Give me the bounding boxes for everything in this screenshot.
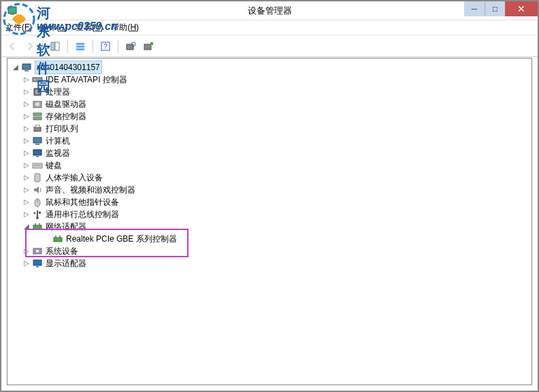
audio-icon — [32, 184, 43, 195]
tree-node[interactable]: ▷监视器 — [9, 147, 532, 159]
menu-view[interactable]: 查看(V) — [76, 22, 103, 33]
svg-rect-39 — [35, 223, 36, 225]
tree-node[interactable]: ▷声音、视频和游戏控制器 — [9, 184, 532, 196]
cpu-icon — [32, 86, 43, 97]
network-icon — [52, 233, 63, 244]
svg-rect-26 — [35, 144, 39, 145]
tree-node[interactable]: ▷键盘 — [9, 159, 532, 172]
expand-icon[interactable]: ▷ — [22, 76, 31, 84]
system-icon — [32, 246, 43, 257]
svg-rect-18 — [35, 90, 39, 94]
toolbar: ? — [1, 35, 538, 57]
toolbar-separator — [67, 39, 68, 53]
titlebar: 设备管理器 ─ □ ✕ — [1, 1, 538, 20]
expand-icon[interactable]: ▷ — [22, 174, 31, 182]
svg-rect-37 — [39, 212, 41, 214]
tree-node[interactable]: ▷IDE ATA/ATAPI 控制器 — [9, 74, 532, 86]
hid-icon — [32, 172, 43, 183]
monitor-icon — [32, 148, 43, 159]
expand-icon[interactable]: ▷ — [22, 186, 31, 194]
expand-icon[interactable]: ▷ — [22, 259, 31, 267]
ide-icon — [32, 74, 43, 85]
svg-rect-1 — [10, 14, 14, 15]
tree-node[interactable]: ▷显示适配器 — [9, 257, 532, 270]
node-label: 人体学输入设备 — [46, 172, 103, 184]
expand-icon[interactable]: ▷ — [22, 149, 31, 157]
toolbar-separator — [42, 39, 43, 53]
computer-icon — [21, 62, 32, 73]
collapse-icon[interactable]: ◢ — [22, 223, 31, 231]
close-button[interactable]: ✕ — [505, 1, 538, 16]
node-label: 系统设备 — [46, 245, 78, 257]
tree-node[interactable]: ▷打印队列 — [9, 122, 532, 135]
svg-point-20 — [35, 102, 39, 106]
tree-panel: ◢xtc-01404301157▷IDE ATA/ATAPI 控制器▷处理器▷磁… — [7, 58, 532, 385]
expand-icon[interactable]: ▷ — [22, 210, 31, 218]
scan-hardware-button[interactable] — [122, 38, 139, 54]
properties-button[interactable] — [72, 38, 88, 54]
node-label: 显示适配器 — [46, 257, 86, 270]
tree-node[interactable]: ▷鼠标和其他指针设备 — [9, 196, 532, 208]
keyboard-icon — [32, 160, 43, 171]
expand-icon[interactable]: ▷ — [22, 198, 31, 206]
expand-icon[interactable]: ▷ — [22, 125, 31, 133]
tree-node[interactable]: ▷处理器 — [9, 86, 532, 98]
svg-rect-14 — [24, 70, 29, 71]
window-title: 设备管理器 — [248, 5, 292, 17]
display-icon — [32, 258, 43, 269]
node-label: 声音、视频和游戏控制器 — [46, 184, 135, 196]
svg-rect-31 — [35, 174, 40, 182]
expand-icon[interactable]: ▷ — [22, 247, 31, 255]
printer-icon — [32, 123, 43, 134]
tree-node[interactable]: ▷人体学输入设备 — [9, 172, 532, 184]
menubar: 文件(F) 操作(A) 查看(V) 帮助(H) — [1, 20, 538, 35]
expand-icon[interactable]: ▷ — [22, 88, 31, 96]
svg-rect-27 — [33, 150, 42, 155]
expand-icon[interactable]: ▷ — [22, 161, 31, 169]
node-label: 打印队列 — [46, 122, 78, 135]
menu-file[interactable]: 文件(F) — [5, 22, 32, 33]
menu-help[interactable]: 帮助(H) — [111, 22, 139, 33]
tree-root[interactable]: ◢xtc-01404301157 — [9, 61, 532, 74]
node-label: 计算机 — [46, 135, 70, 147]
svg-point-36 — [34, 212, 36, 214]
help-button[interactable]: ? — [97, 38, 114, 54]
node-label: Realtek PCIe GBE 系列控制器 — [66, 233, 177, 245]
menu-action[interactable]: 操作(A) — [40, 22, 67, 33]
tree-leaf[interactable]: Realtek PCIe GBE 系列控制器 — [9, 233, 532, 245]
tree-node[interactable]: ▷计算机 — [9, 135, 532, 147]
expand-icon[interactable]: ▷ — [22, 112, 31, 120]
forward-button[interactable] — [22, 38, 38, 54]
svg-point-45 — [36, 250, 39, 252]
app-icon — [7, 5, 18, 16]
collapse-icon[interactable]: ◢ — [12, 63, 20, 71]
svg-rect-22 — [33, 117, 42, 120]
svg-rect-0 — [8, 7, 16, 14]
tree-node[interactable]: ▷通用串行总线控制器 — [9, 208, 532, 220]
tree-node[interactable]: ▷磁盘驱动器 — [9, 98, 532, 110]
minimize-button[interactable]: ─ — [464, 1, 485, 16]
add-legacy-hardware-button[interactable] — [140, 38, 157, 54]
back-button[interactable] — [4, 38, 20, 54]
svg-rect-4 — [76, 43, 84, 45]
svg-rect-43 — [59, 235, 61, 238]
svg-rect-46 — [33, 260, 42, 265]
node-label: 鼠标和其他指针设备 — [46, 196, 119, 208]
svg-rect-28 — [36, 156, 39, 157]
expand-icon[interactable]: ▷ — [22, 137, 31, 145]
disk-icon — [32, 99, 43, 110]
svg-text:?: ? — [103, 43, 108, 50]
svg-rect-13 — [22, 64, 31, 69]
mouse-icon — [32, 197, 43, 208]
tree-node[interactable]: ▷存储控制器 — [9, 110, 532, 122]
usb-icon — [32, 209, 43, 220]
node-label: 网络适配器 — [46, 220, 86, 233]
svg-rect-12 — [150, 42, 153, 45]
toolbar-separator — [118, 39, 118, 53]
node-label: 磁盘驱动器 — [46, 98, 86, 110]
show-hide-tree-button[interactable] — [47, 38, 63, 54]
tree-node[interactable]: ▷系统设备 — [9, 245, 532, 257]
expand-icon[interactable]: ▷ — [22, 100, 31, 108]
maximize-button[interactable]: □ — [485, 1, 505, 16]
tree-node[interactable]: ◢网络适配器 — [9, 220, 532, 233]
